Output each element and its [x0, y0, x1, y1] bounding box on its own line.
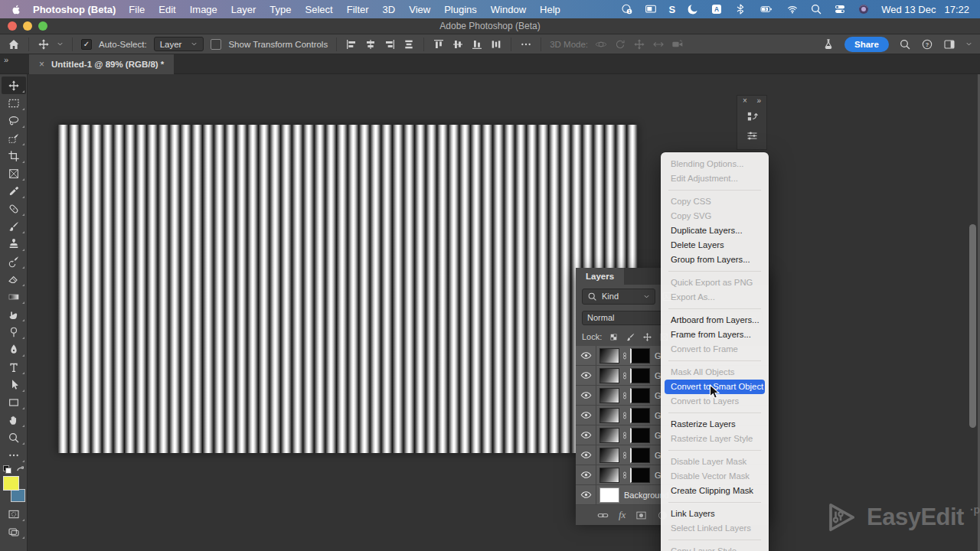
background-color-swatch[interactable] [11, 489, 25, 502]
bluetooth-icon[interactable] [734, 3, 746, 15]
apple-menu-icon[interactable] [11, 4, 22, 15]
align-center-horizontal-icon[interactable] [364, 38, 377, 51]
lock-transparent-pixels-icon[interactable] [609, 332, 619, 342]
history-panel-icon[interactable] [746, 110, 759, 123]
zoom-tool[interactable] [2, 429, 26, 446]
dock-close-icon[interactable]: × [743, 97, 747, 105]
align-middle-vertical-icon[interactable] [452, 38, 464, 51]
properties-panel-icon[interactable] [746, 129, 759, 142]
layer-visibility-eye-icon[interactable] [576, 406, 596, 425]
layer-mask-thumbnail[interactable] [630, 388, 650, 403]
distribute-horizontal-icon[interactable] [490, 38, 502, 51]
menu-item-create-clipping-mask[interactable]: Create Clipping Mask [661, 484, 769, 498]
menu-3d[interactable]: 3D [376, 4, 403, 15]
menubar-app-name[interactable]: Photoshop (Beta) [33, 4, 116, 15]
hand-tool[interactable] [2, 411, 26, 429]
notification-badge-icon[interactable]: 1 [621, 3, 633, 15]
tab-layers[interactable]: Layers [576, 268, 624, 285]
add-layer-mask-icon[interactable] [635, 510, 647, 521]
smudge-tool[interactable] [2, 305, 26, 323]
history-brush-tool[interactable] [2, 253, 26, 270]
layer-visibility-eye-icon[interactable] [576, 465, 596, 484]
layer-thumbnail[interactable] [599, 368, 619, 383]
pen-tool[interactable] [2, 341, 26, 358]
show-transform-checkbox[interactable] [211, 39, 221, 50]
menu-plugins[interactable]: Plugins [437, 4, 484, 15]
chevron-down-icon[interactable] [57, 41, 64, 47]
frame-tool[interactable] [2, 165, 26, 182]
menu-item-group-from-layers[interactable]: Group from Layers... [661, 253, 769, 267]
link-layers-icon[interactable] [597, 510, 609, 521]
layer-style-fx-icon[interactable]: fx [619, 509, 626, 521]
menu-help[interactable]: Help [533, 4, 567, 15]
menu-view[interactable]: View [402, 4, 437, 15]
layer-mask-thumbnail[interactable] [630, 468, 650, 483]
eyedropper-tool[interactable] [2, 182, 26, 200]
s-app-icon[interactable]: S [668, 4, 675, 15]
workspace-switcher-icon[interactable] [943, 38, 956, 51]
beta-flask-icon[interactable] [822, 38, 835, 51]
menu-item-link-layers[interactable]: Link Layers [661, 507, 769, 521]
foreground-color-swatch[interactable] [3, 476, 19, 491]
layer-visibility-eye-icon[interactable] [576, 366, 596, 385]
menubar-time[interactable]: 17:22 [944, 4, 969, 15]
help-icon[interactable]: ? [921, 38, 933, 51]
more-options-icon[interactable] [520, 38, 532, 51]
battery-icon[interactable] [758, 3, 775, 15]
align-bottom-icon[interactable] [471, 38, 483, 51]
move-tool[interactable] [2, 77, 26, 94]
layer-visibility-eye-icon[interactable] [576, 425, 596, 445]
layer-thumbnail[interactable] [599, 428, 619, 443]
default-colors-icon[interactable] [3, 465, 11, 474]
menu-item-delete-layers[interactable]: Delete Layers [661, 238, 769, 253]
filter-kind-dropdown[interactable]: Kind [582, 289, 655, 305]
align-top-icon[interactable] [433, 38, 445, 51]
layer-mask-thumbnail[interactable] [630, 368, 650, 383]
layer-visibility-eye-icon[interactable] [576, 386, 596, 405]
eraser-tool[interactable] [2, 270, 26, 288]
menu-layer[interactable]: Layer [224, 4, 263, 15]
distribute-vertical-icon[interactable] [403, 38, 415, 51]
crop-tool[interactable] [2, 147, 26, 165]
type-tool[interactable] [2, 358, 26, 376]
object-selection-tool[interactable] [2, 129, 26, 147]
close-window-button[interactable] [8, 21, 17, 31]
menubar-date[interactable]: Wed 13 Dec [881, 4, 936, 15]
share-button[interactable]: Share [844, 37, 889, 52]
input-source-icon[interactable]: A [710, 3, 723, 15]
layer-thumbnail[interactable] [599, 468, 619, 483]
swap-colors-icon[interactable] [15, 465, 25, 474]
zoom-window-button[interactable] [38, 21, 47, 31]
menu-file[interactable]: File [122, 4, 152, 15]
layer-mask-thumbnail[interactable] [630, 408, 650, 423]
layer-mask-thumbnail[interactable] [630, 348, 650, 364]
display-icon[interactable] [645, 3, 657, 15]
auto-select-checkbox[interactable]: ✓ [81, 39, 92, 50]
brush-tool[interactable] [2, 217, 26, 235]
healing-brush-tool[interactable] [2, 200, 26, 217]
tab-close-icon[interactable]: × [39, 59, 44, 70]
spotlight-search-icon[interactable] [810, 3, 822, 15]
layer-visibility-eye-icon[interactable] [576, 445, 596, 465]
lasso-tool[interactable] [2, 112, 26, 129]
chevron-down-icon[interactable] [965, 41, 972, 47]
document-tab[interactable]: × Untitled-1 @ 89% (RGB/8) * [29, 54, 174, 74]
rectangle-tool[interactable] [2, 393, 26, 411]
toolbar-expand-chevron[interactable]: » [4, 55, 8, 64]
menu-edit[interactable]: Edit [152, 4, 182, 15]
layer-thumbnail[interactable] [599, 448, 619, 463]
menu-select[interactable]: Select [299, 4, 340, 15]
app-status-icon[interactable] [858, 3, 870, 15]
layer-thumbnail[interactable] [599, 388, 619, 403]
canvas-document[interactable] [57, 125, 638, 453]
clone-stamp-tool[interactable] [2, 235, 26, 253]
lock-position-icon[interactable] [642, 332, 652, 342]
menu-item-frame-from-layers[interactable]: Frame from Layers... [661, 328, 769, 342]
layer-visibility-eye-icon[interactable] [576, 485, 596, 504]
home-icon[interactable] [8, 38, 20, 51]
minimize-window-button[interactable] [23, 21, 32, 31]
auto-select-dropdown[interactable]: Layer [154, 37, 204, 51]
menu-filter[interactable]: Filter [340, 4, 376, 15]
layer-thumbnail[interactable] [599, 408, 619, 423]
vertical-scrollbar[interactable] [969, 224, 976, 428]
